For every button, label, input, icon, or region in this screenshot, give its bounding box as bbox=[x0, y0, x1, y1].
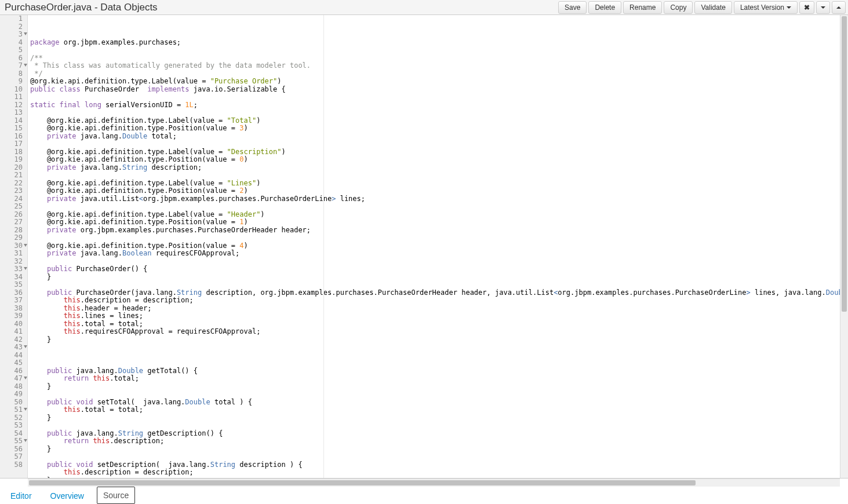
line-number: 3 bbox=[0, 31, 27, 39]
line-number: 50 bbox=[0, 399, 27, 407]
code-line[interactable] bbox=[30, 258, 840, 266]
collapse-button[interactable] bbox=[832, 1, 846, 14]
tab-overview[interactable]: Overview bbox=[45, 488, 90, 504]
code-line[interactable] bbox=[30, 281, 840, 289]
code-line[interactable]: @org.kie.api.definition.type.Position(va… bbox=[30, 218, 840, 227]
code-line[interactable]: @org.kie.api.definition.type.Position(va… bbox=[30, 156, 840, 164]
horizontal-scrollbar[interactable] bbox=[28, 479, 840, 487]
vertical-scrollbar[interactable] bbox=[840, 15, 848, 478]
code-line[interactable]: * This class was automatically generated… bbox=[30, 62, 840, 70]
tab-editor[interactable]: Editor bbox=[5, 488, 38, 504]
code-line[interactable]: */ bbox=[30, 70, 840, 78]
line-number: 13 bbox=[0, 109, 27, 117]
copy-button[interactable]: Copy bbox=[664, 1, 693, 14]
dropdown-button[interactable] bbox=[816, 1, 830, 14]
line-number: 29 bbox=[0, 234, 27, 242]
fold-icon[interactable] bbox=[24, 377, 27, 379]
fold-icon[interactable] bbox=[24, 32, 27, 35]
code-line[interactable]: } bbox=[30, 477, 840, 479]
fold-icon[interactable] bbox=[24, 267, 27, 270]
code-line[interactable] bbox=[30, 234, 840, 242]
code-line[interactable]: @org.kie.api.definition.type.Label(value… bbox=[30, 211, 840, 219]
line-number: 10 bbox=[0, 86, 27, 94]
code-line[interactable]: @org.kie.api.definition.type.Label(value… bbox=[30, 117, 840, 125]
horizontal-scrollbar-thumb[interactable] bbox=[29, 480, 696, 485]
code-line[interactable]: private java.util.List<org.jbpm.examples… bbox=[30, 195, 840, 203]
code-line[interactable]: this.description = description; bbox=[30, 469, 840, 477]
code-line[interactable]: public class PurchaseOrder implements ja… bbox=[30, 86, 840, 94]
code-line[interactable] bbox=[30, 359, 840, 367]
code-line[interactable] bbox=[30, 140, 840, 148]
code-line[interactable]: private org.jbpm.examples.purchases.Purc… bbox=[30, 227, 840, 235]
line-number: 25 bbox=[0, 203, 27, 211]
code-line[interactable]: private java.lang.Boolean requiresCFOApp… bbox=[30, 250, 840, 258]
fold-icon[interactable] bbox=[24, 345, 27, 348]
code-line[interactable]: } bbox=[30, 414, 840, 422]
code-line[interactable]: this.requiresCFOApproval = requiresCFOAp… bbox=[30, 328, 840, 336]
code-line[interactable] bbox=[30, 109, 840, 117]
line-number: 19 bbox=[0, 156, 27, 164]
code-line[interactable]: public void setDescription( java.lang.St… bbox=[30, 461, 840, 469]
code-line[interactable]: /** bbox=[30, 54, 840, 63]
caret-down-icon bbox=[821, 6, 825, 9]
code-line[interactable]: } bbox=[30, 336, 840, 344]
line-number: 57 bbox=[0, 453, 27, 461]
delete-button[interactable]: Delete bbox=[588, 1, 621, 14]
code-line[interactable]: public void setTotal( java.lang.Double t… bbox=[30, 399, 840, 407]
code-line[interactable] bbox=[30, 344, 840, 352]
code-line[interactable]: this.total = total; bbox=[30, 406, 840, 414]
code-line[interactable] bbox=[30, 93, 840, 101]
version-dropdown[interactable]: Latest Version bbox=[734, 1, 798, 14]
validate-button[interactable]: Validate bbox=[694, 1, 731, 14]
line-number: 17 bbox=[0, 140, 27, 148]
line-number: 54 bbox=[0, 430, 27, 438]
code-line[interactable]: this.header = header; bbox=[30, 305, 840, 313]
fold-icon[interactable] bbox=[24, 439, 27, 442]
code-line[interactable]: return this.total; bbox=[30, 375, 840, 383]
code-line[interactable]: return this.description; bbox=[30, 437, 840, 445]
fold-icon[interactable] bbox=[24, 408, 27, 411]
code-editor[interactable]: package org.jbpm.examples.purchases;/** … bbox=[28, 15, 840, 478]
vertical-scrollbar-thumb[interactable] bbox=[842, 16, 847, 312]
code-line[interactable]: this.description = description; bbox=[30, 297, 840, 305]
line-number: 36 bbox=[0, 289, 27, 297]
code-line[interactable]: this.total = total; bbox=[30, 320, 840, 328]
code-line[interactable] bbox=[30, 352, 840, 360]
code-line[interactable] bbox=[30, 46, 840, 54]
code-line[interactable] bbox=[30, 203, 840, 211]
code-line[interactable] bbox=[30, 422, 840, 430]
tab-source[interactable]: Source bbox=[97, 487, 135, 504]
code-line[interactable]: public java.lang.String getDescription()… bbox=[30, 430, 840, 438]
fold-icon[interactable] bbox=[24, 64, 27, 67]
code-line[interactable]: @org.kie.api.definition.type.Label(value… bbox=[30, 148, 840, 156]
code-line[interactable]: @org.kie.api.definition.type.Position(va… bbox=[30, 125, 840, 133]
code-line[interactable]: private java.lang.Double total; bbox=[30, 133, 840, 141]
save-button[interactable]: Save bbox=[558, 1, 587, 14]
close-button[interactable]: ✖ bbox=[799, 1, 814, 14]
code-line[interactable]: @org.kie.api.definition.type.Label(value… bbox=[30, 180, 840, 188]
line-number: 12 bbox=[0, 101, 27, 109]
line-number: 42 bbox=[0, 336, 27, 344]
code-line[interactable]: this.lines = lines; bbox=[30, 312, 840, 320]
code-line[interactable]: } bbox=[30, 445, 840, 454]
code-line[interactable]: } bbox=[30, 383, 840, 391]
code-line[interactable]: @org.kie.api.definition.type.Position(va… bbox=[30, 187, 840, 195]
code-line[interactable] bbox=[30, 453, 840, 461]
code-line[interactable]: package org.jbpm.examples.purchases; bbox=[30, 39, 840, 47]
code-line[interactable]: public java.lang.Double getTotal() { bbox=[30, 367, 840, 375]
code-line[interactable]: private java.lang.String description; bbox=[30, 164, 840, 172]
code-line[interactable]: } bbox=[30, 273, 840, 282]
rename-button[interactable]: Rename bbox=[623, 1, 662, 14]
header-bar: PurchaseOrder.java - Data Objects Save D… bbox=[0, 0, 848, 15]
code-line[interactable]: public PurchaseOrder() { bbox=[30, 265, 840, 273]
line-number: 6 bbox=[0, 54, 27, 63]
code-line[interactable]: @org.kie.api.definition.type.Label(value… bbox=[30, 78, 840, 86]
code-line[interactable] bbox=[30, 171, 840, 180]
line-number: 52 bbox=[0, 414, 27, 422]
code-line[interactable]: @org.kie.api.definition.type.Position(va… bbox=[30, 242, 840, 250]
code-line[interactable]: public PurchaseOrder(java.lang.String de… bbox=[30, 289, 840, 297]
code-line[interactable] bbox=[30, 390, 840, 399]
fold-icon[interactable] bbox=[24, 244, 27, 247]
line-number: 47 bbox=[0, 375, 27, 383]
code-line[interactable]: static final long serialVersionUID = 1L; bbox=[30, 101, 840, 109]
